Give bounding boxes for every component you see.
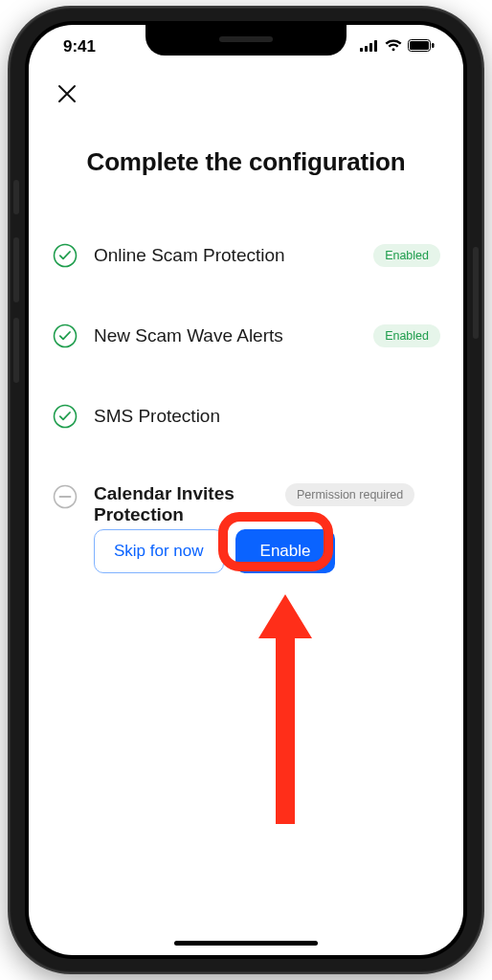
close-icon [56,83,78,108]
config-item-online-scam-protection: Online Scam Protection Enabled [52,215,440,296]
action-row: Skip for now Enable [52,529,440,573]
screen: 9:41 [29,25,463,955]
config-item-sms-protection: SMS Protection [52,376,440,457]
annotation-arrow [257,594,314,824]
enable-button[interactable]: Enable [235,529,336,573]
status-badge: Permission required [285,483,414,506]
wifi-icon [385,37,402,56]
phone-frame: 9:41 [10,8,482,972]
config-item-label: Calendar Invites Protection [94,483,285,525]
svg-rect-0 [360,48,363,52]
config-item-calendar-invites-protection: Calendar Invites Protection Permission r… [52,457,440,537]
svg-rect-5 [410,41,429,50]
phone-side-button [13,237,19,302]
svg-rect-3 [374,40,377,52]
svg-rect-6 [432,43,435,48]
config-item-label: SMS Protection [94,406,440,427]
signal-icon [360,37,379,56]
status-badge: Enabled [373,244,440,267]
config-item-label: Online Scam Protection [94,245,373,266]
config-item-scam-wave-alerts: New Scam Wave Alerts Enabled [52,296,440,376]
skip-button[interactable]: Skip for now [94,529,224,573]
check-circle-icon [52,403,78,430]
check-circle-icon [52,242,78,269]
page-title: Complete the configuration [52,147,440,177]
minus-circle-icon [52,483,78,510]
phone-side-button [13,180,19,214]
svg-rect-2 [369,43,372,52]
close-button[interactable] [52,80,82,111]
phone-side-button [13,318,19,383]
notch [145,25,347,56]
status-badge: Enabled [373,324,440,347]
check-circle-icon [52,323,78,349]
svg-marker-12 [258,594,312,824]
config-item-label: New Scam Wave Alerts [94,325,373,346]
status-time: 9:41 [63,37,96,56]
phone-side-button [473,247,479,339]
svg-rect-1 [365,46,368,52]
battery-icon [408,37,435,56]
home-indicator[interactable] [174,941,318,946]
